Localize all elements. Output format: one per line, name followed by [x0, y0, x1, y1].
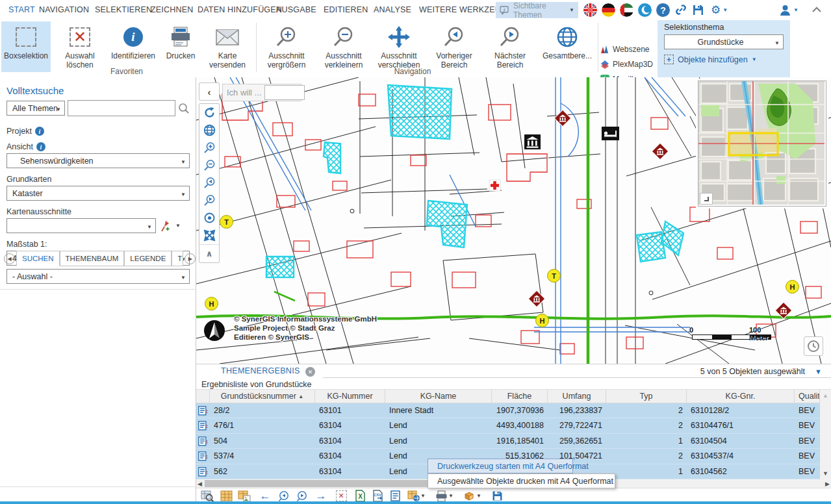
table-with-image-icon[interactable] [237, 489, 251, 503]
flag-german-icon[interactable] [602, 3, 615, 17]
chevron-down-icon[interactable]: ▼ [475, 489, 483, 503]
settings-gear-button[interactable]: ⚙ ▼ [708, 3, 730, 17]
tabs-scroll-left-icon[interactable]: ◀ [4, 253, 15, 264]
tabs-scroll-right-icon[interactable]: ▶ [185, 253, 196, 264]
export-excel-icon[interactable]: X [353, 489, 367, 503]
flag-uae-icon[interactable] [620, 3, 633, 17]
table-row[interactable]: 28/2 63101 Innere Stadt 1907,370936 196,… [196, 403, 820, 418]
dark-mode-moon-icon[interactable] [638, 3, 652, 17]
flag-uk-icon[interactable] [583, 3, 597, 17]
column-header-kg-name[interactable]: KG-Name [385, 390, 492, 403]
map-marker-t: T [220, 215, 233, 229]
open-object-icon[interactable] [198, 436, 208, 446]
chevron-down-icon[interactable]: ▼ [175, 223, 181, 229]
clear-result-icon[interactable]: ✕ [334, 489, 348, 503]
vorheriger-bereich-button[interactable]: Vorheriger Bereich [431, 21, 477, 72]
share-link-icon[interactable] [674, 3, 688, 17]
objekte-hinzufuegen-button[interactable]: + Objekte hinzufügen ▼ [664, 55, 784, 64]
overview-collapse-icon[interactable] [700, 193, 713, 205]
zoom-in-icon[interactable] [199, 139, 219, 157]
search-selection-select[interactable]: - Auswahl - ▼ [6, 269, 190, 284]
zoom-to-selection-icon[interactable] [200, 489, 214, 503]
next-page-icon[interactable] [295, 489, 309, 503]
column-header-icon[interactable] [196, 390, 210, 403]
report-icon[interactable] [389, 489, 403, 503]
table-view-icon[interactable] [219, 489, 233, 503]
export-3d-icon[interactable] [462, 489, 476, 503]
globe-icon[interactable] [199, 121, 219, 139]
vertical-scrollbar[interactable]: ▲ ▼ [820, 390, 831, 479]
naechster-bereich-button[interactable]: Nächster Bereich [489, 21, 531, 72]
search-scope-select[interactable]: Alle Themen ▼ [6, 101, 65, 116]
basemap-select[interactable]: Kataster ▼ [6, 186, 190, 201]
previous-extent-icon[interactable] [199, 174, 219, 192]
column-header-grundstuecksnummer[interactable]: Grundstücksnummer ▲ [210, 390, 315, 403]
print-result-icon[interactable] [434, 489, 448, 503]
fulltext-search-input[interactable] [68, 100, 175, 116]
ausschnitt-vergroessern-button[interactable]: Ausschnitt vergrößern [261, 21, 312, 72]
open-object-icon[interactable] [198, 467, 208, 477]
chevron-down-icon[interactable]: ▼ [447, 489, 455, 503]
close-results-icon[interactable]: ✕ [305, 367, 315, 377]
overview-map[interactable] [698, 81, 826, 207]
context-menu-item-print-tool[interactable]: Druckwerkzeug starten mit A4 Querformat [428, 459, 573, 473]
visible-themes-dropdown[interactable]: i Sichtbare Themen ▼ [496, 2, 578, 18]
chevron-down-icon[interactable]: ▼ [419, 489, 427, 503]
context-menu-item-print-selected[interactable]: Ausgewählte Objekte drucken mit A4 Querf… [428, 473, 615, 488]
gesamtbereich-button[interactable]: Gesamtbere... [541, 21, 594, 72]
last-record-icon[interactable]: → [314, 489, 328, 503]
zoom-out-icon[interactable] [199, 157, 219, 174]
column-header-kg-nummer[interactable]: KG-Nummer [315, 390, 385, 403]
boxselektion-button[interactable]: Boxselektion [1, 21, 51, 72]
column-header-umfang[interactable]: Umfang [548, 390, 606, 403]
column-header-qualitaet[interactable]: Qualität [795, 390, 820, 403]
webszene-button[interactable]: Webszene [600, 42, 656, 57]
tab-suchen[interactable]: SUCHEN [16, 251, 60, 266]
refresh-icon[interactable] [199, 104, 219, 121]
selektionsthema-select[interactable]: Grundstücke ▼ [664, 34, 784, 49]
tab-themenergebnis[interactable]: THEMENERGEBNIS [221, 366, 300, 375]
collapse-ribbon-icon[interactable] [810, 3, 824, 17]
time-slider-clock-icon[interactable] [804, 336, 823, 356]
i-will-searchbox[interactable]: Ich will ... [222, 84, 301, 101]
help-icon[interactable]: ? [656, 3, 670, 17]
next-extent-icon[interactable] [199, 192, 219, 209]
collapse-sidebar-icon[interactable]: ‹ [199, 82, 220, 101]
table-row[interactable]: 476/1 63104 Lend 4493,400188 279,722471 … [196, 418, 820, 433]
open-object-icon[interactable] [198, 451, 208, 461]
identifizieren-button[interactable]: i Identifizieren [107, 21, 160, 72]
drucken-button[interactable]: Drucken [164, 21, 198, 72]
open-object-icon[interactable] [198, 406, 208, 416]
tab-themenbaum[interactable]: THEMENBAUM [60, 251, 125, 266]
map-extents-select[interactable]: ▼ [6, 218, 156, 233]
plexmap3d-button[interactable]: PlexMap3D [600, 57, 656, 71]
view-select[interactable]: Sehenswürdigkeiten ▼ [6, 153, 190, 168]
i-will-input[interactable] [264, 85, 305, 100]
column-header-kg-gnr[interactable]: KG-Gnr. [687, 390, 795, 403]
collapse-toolbar-icon[interactable]: ∧ [199, 244, 219, 262]
center-position-icon[interactable] [199, 209, 219, 227]
auswahl-loeschen-button[interactable]: ✕ Auswahl löschen [60, 21, 100, 72]
column-header-typ[interactable]: Typ [606, 390, 687, 403]
search-icon[interactable] [178, 103, 189, 114]
table-row[interactable]: 504 63104 Lend 1916,185401 259,362651 1 … [196, 434, 820, 449]
info-icon[interactable]: i [36, 142, 45, 151]
save-session-icon[interactable] [691, 3, 705, 17]
column-header-flaeche[interactable]: Fläche [492, 390, 548, 403]
open-object-icon[interactable] [198, 421, 208, 431]
user-account-button[interactable]: ▼ [777, 3, 800, 17]
first-record-icon[interactable]: ← [258, 489, 272, 503]
save-result-icon[interactable] [490, 489, 504, 503]
ausschnitt-verschieben-button[interactable]: Ausschnitt verschieben [373, 21, 425, 72]
tab-legende[interactable]: LEGENDE [124, 251, 172, 266]
map-area[interactable]: T H T H H H © SynerGIS Informationssyste… [196, 77, 831, 364]
chevron-down-icon[interactable]: ▼ [815, 368, 822, 375]
fullscreen-expand-icon[interactable] [199, 227, 219, 244]
ausschnitt-verkleinern-button[interactable]: Ausschnitt verkleinern [318, 21, 369, 72]
info-icon[interactable]: i [35, 127, 44, 136]
karte-versenden-button[interactable]: Karte versenden [205, 21, 249, 72]
export-csv-icon[interactable]: CSV [371, 489, 385, 503]
add-bookmark-pin-icon[interactable] [160, 220, 172, 232]
previous-page-icon[interactable] [277, 489, 291, 503]
tab-themen[interactable]: THEM [172, 251, 183, 266]
